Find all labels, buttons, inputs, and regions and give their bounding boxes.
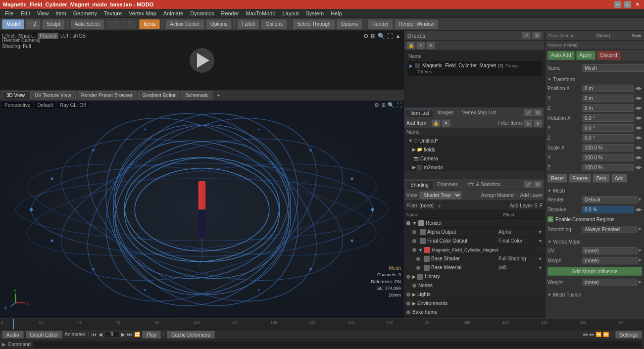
tab-item-list[interactable]: Item List — [406, 109, 433, 117]
mesh-fusion-toggle[interactable]: Mesh Fusion — [547, 291, 642, 299]
item-list-settings[interactable]: ⚙ — [533, 109, 543, 116]
preview-icon-1[interactable]: ⚙ — [363, 33, 369, 40]
tree-item-untitled[interactable]: ▼ ⬡ Untitled* — [404, 136, 545, 145]
shader-f-button[interactable]: F — [540, 203, 543, 208]
morph-dropdown[interactable]: ▼ — [638, 258, 642, 263]
options-2-button[interactable]: Options — [261, 19, 287, 29]
shading-settings[interactable]: ⚙ — [533, 181, 543, 188]
position-z-value[interactable]: 0 m — [582, 104, 634, 112]
shader-nodes[interactable]: Nodes — [404, 281, 545, 290]
menu-file[interactable]: File — [2, 10, 17, 17]
menu-maxtomodo[interactable]: MaxToModo — [243, 10, 279, 17]
props-new-button[interactable]: New — [632, 33, 641, 38]
menu-item[interactable]: Item — [52, 10, 69, 17]
freeze-button[interactable]: Freeze — [569, 174, 591, 183]
add-tab-button[interactable]: + — [214, 91, 224, 100]
rotation-x-value[interactable]: 0.0 ° — [582, 114, 634, 122]
weight-dropdown[interactable]: ▼ — [638, 280, 642, 285]
shader-library[interactable]: ▶ Library — [404, 272, 545, 281]
tab-channels[interactable]: Channels — [433, 181, 462, 188]
name-input[interactable] — [582, 64, 644, 72]
item-list-expand[interactable]: ⤢ — [524, 109, 533, 116]
close-button[interactable]: ✕ — [634, 1, 641, 8]
default-select[interactable]: Default — [35, 102, 55, 108]
play-preview-button[interactable] — [190, 48, 214, 73]
maximize-button[interactable]: □ — [624, 1, 631, 8]
menu-view[interactable]: View — [34, 10, 52, 17]
groups-add-button[interactable]: + — [416, 42, 425, 50]
tab-3d-view[interactable]: 3D View — [2, 91, 29, 100]
auto-add-button[interactable]: Auto Add — [547, 51, 575, 60]
weight-value[interactable]: (none) — [582, 279, 638, 286]
alpha-dropdown[interactable]: ▼ — [538, 230, 543, 235]
item-lock-button[interactable]: 🔒 — [432, 119, 441, 127]
menu-dynamics[interactable]: Dynamics — [187, 10, 217, 17]
shader-alpha-output[interactable]: Alpha Output Alpha ▼ — [404, 228, 545, 237]
preview-icon-4[interactable]: ⛶ — [387, 33, 393, 40]
vp-icon-2[interactable]: ⊞ — [381, 102, 386, 108]
action-center-button[interactable]: Action Center — [165, 19, 204, 29]
add-item-button[interactable]: Add Item — [406, 120, 426, 126]
shader-s-button[interactable]: S — [534, 203, 538, 208]
options-1-button[interactable]: Options — [206, 19, 232, 29]
final-color-dropdown[interactable]: ▼ — [538, 239, 543, 244]
step-back-button[interactable]: ◀ — [99, 332, 102, 337]
tab-images[interactable]: Images — [434, 109, 458, 116]
item-filter-2-button[interactable]: F — [534, 119, 543, 127]
enable-command-checkbox[interactable] — [547, 216, 553, 222]
position-x-value[interactable]: 0 m — [582, 85, 634, 92]
settings-button[interactable]: Settings — [615, 331, 642, 339]
select-through-button[interactable]: Select Through — [293, 19, 335, 29]
options-3-button[interactable]: Options — [337, 19, 362, 29]
menu-vertex-map[interactable]: Vertex Map — [126, 10, 159, 17]
position-y-value[interactable]: 0 m — [582, 95, 634, 102]
dissolve-value[interactable]: 0.0 % — [582, 206, 634, 213]
groups-item[interactable]: ▶ ⬛ Magnetic_Field_Cylinder_Magnet (3) G… — [407, 61, 542, 76]
tab-schematic[interactable]: Schematic — [181, 91, 213, 100]
add-transform-button[interactable]: Add — [611, 174, 627, 183]
groups-settings-button[interactable]: ⚙ — [532, 32, 542, 39]
tab-shading[interactable]: Shading — [406, 181, 433, 189]
preview-icon-5[interactable]: ▲ — [395, 33, 401, 40]
menu-animate[interactable]: Animate — [160, 10, 186, 17]
menu-layout[interactable]: Layout — [279, 10, 301, 17]
scale-x-value[interactable]: 100.0 % — [582, 144, 634, 151]
f2-button[interactable]: F2 — [26, 19, 41, 29]
tab-gradient-editor[interactable]: Gradient Editor — [138, 91, 180, 100]
add-layer-2-button[interactable]: Add Layer — [510, 203, 533, 208]
shader-tree-select[interactable]: Shader Tree — [419, 191, 462, 199]
preview-icon-2[interactable]: ⊞ — [371, 33, 376, 40]
transform-toggle[interactable]: Transform — [547, 75, 642, 84]
falloff-button[interactable]: Falloff — [237, 19, 259, 29]
model-button[interactable]: Model — [2, 19, 24, 29]
shader-magnet-mesh[interactable]: ▼ Magnetic_Field_Cylinder_Magnet ... — [404, 246, 545, 254]
shader-environments[interactable]: ▶ Environments — [404, 299, 545, 308]
timeline-playhead[interactable] — [13, 319, 14, 329]
render-button[interactable]: Render — [368, 19, 393, 29]
ray-gl-select[interactable]: Ray GL: Off — [57, 102, 89, 108]
add-morph-button[interactable]: Add Morph Influence — [547, 267, 642, 276]
uv-value[interactable]: (none) — [582, 247, 638, 254]
smoothing-value[interactable]: Always Enabled — [582, 226, 638, 233]
minimize-button[interactable]: ─ — [614, 1, 621, 8]
tree-item-m2modo[interactable]: ▶ ⬛ m2modo — [404, 163, 545, 171]
next-button[interactable]: ⏭ — [127, 332, 132, 337]
morph-value[interactable]: (none) — [582, 257, 638, 264]
render-dropdown[interactable]: ▼ — [638, 197, 642, 202]
timeline-ruler[interactable]: 0 24 48 72 96 120 144 168 192 216 240 26… — [0, 319, 644, 329]
rotation-z-value[interactable]: 0.0 ° — [582, 134, 634, 142]
audio-button[interactable]: Audio — [2, 331, 24, 339]
groups-lock-button[interactable]: 🔒 — [406, 42, 415, 50]
shader-base-shader[interactable]: Base Shader Full Shading ▼ — [404, 254, 545, 263]
cache-deformers-button[interactable]: Cache Deformers — [167, 331, 214, 339]
shader-base-material[interactable]: Base Material (all) ▼ — [404, 263, 545, 272]
vp-icon-4[interactable]: ⛶ — [396, 102, 402, 108]
scale-z-value[interactable]: 100.0 % — [582, 164, 634, 171]
scale-y-value[interactable]: 100.0 % — [582, 154, 634, 161]
menu-texture[interactable]: Texture — [101, 10, 125, 17]
apply-button[interactable]: Apply — [576, 51, 595, 60]
vp-icon-3[interactable]: 🔍 — [388, 102, 395, 108]
assign-material-button[interactable]: Assign Material — [481, 193, 514, 198]
smoothing-dropdown[interactable]: ▼ — [638, 227, 642, 232]
items-button[interactable]: Items — [139, 19, 160, 29]
